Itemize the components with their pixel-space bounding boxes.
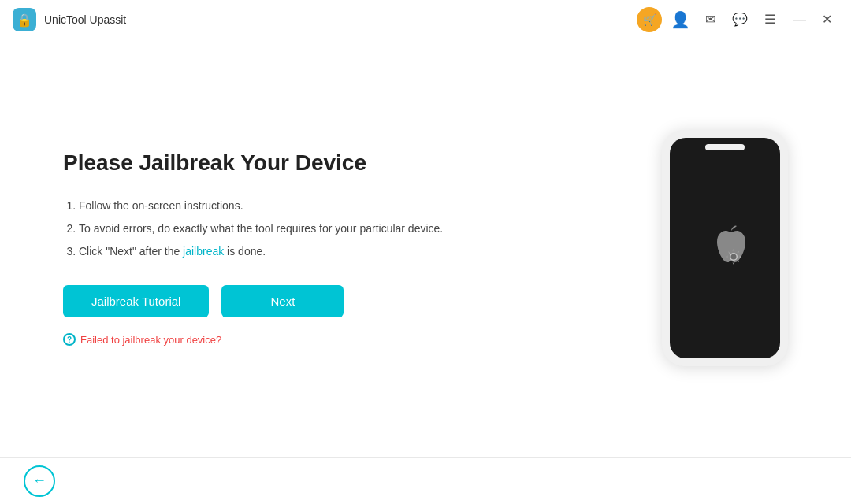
next-button[interactable]: Next xyxy=(221,285,344,317)
phone-mockup xyxy=(662,130,788,366)
instruction-2: To avoid errors, do exactly what the too… xyxy=(79,220,630,237)
failed-link[interactable]: ? Failed to jailbreak your device? xyxy=(63,333,630,346)
svg-text:🔒: 🔒 xyxy=(17,13,32,28)
title-bar-left: 🔒 UnicTool Upassit xyxy=(13,8,126,32)
right-panel xyxy=(662,130,788,366)
close-button[interactable]: ✕ xyxy=(815,8,838,32)
instruction-2-text: To avoid errors, do exactly what the too… xyxy=(79,222,443,235)
button-row: Jailbreak Tutorial Next xyxy=(63,285,630,317)
app-logo-icon: 🔒 xyxy=(13,8,36,32)
instruction-3-text-before: Click "Next" after the xyxy=(79,245,183,258)
back-arrow-icon: ← xyxy=(32,472,46,489)
page-title: Please Jailbreak Your Device xyxy=(63,150,630,176)
user-account-button[interactable]: 👤 xyxy=(668,8,692,32)
failed-link-text: Failed to jailbreak your device? xyxy=(80,334,221,346)
jailbreak-highlight: jailbreak xyxy=(183,245,224,258)
main-content: Please Jailbreak Your Device Follow the … xyxy=(0,39,851,457)
window-controls: — ✕ xyxy=(788,8,838,32)
jailbreak-tutorial-button[interactable]: Jailbreak Tutorial xyxy=(63,285,209,317)
svg-point-3 xyxy=(730,254,736,259)
phone-notch xyxy=(705,144,745,150)
instruction-3-text-after: is done. xyxy=(224,245,266,258)
title-bar-right: 🛒 👤 ✉ 💬 ☰ — ✕ xyxy=(637,7,838,32)
mail-button[interactable]: ✉ xyxy=(698,8,722,32)
minimize-button[interactable]: — xyxy=(788,8,812,32)
app-name: UnicTool Upassit xyxy=(44,13,126,26)
instruction-1: Follow the on-screen instructions. xyxy=(79,198,630,214)
cart-button[interactable]: 🛒 xyxy=(637,7,662,32)
title-bar: 🔒 UnicTool Upassit 🛒 👤 ✉ 💬 ☰ — ✕ xyxy=(0,0,851,39)
chat-button[interactable]: 💬 xyxy=(728,8,752,32)
back-button[interactable]: ← xyxy=(24,465,55,497)
left-panel: Please Jailbreak Your Device Follow the … xyxy=(63,150,662,346)
bottom-bar: ← xyxy=(0,457,851,504)
instructions-list: Follow the on-screen instructions. To av… xyxy=(63,198,630,260)
instruction-1-text: Follow the on-screen instructions. xyxy=(79,199,243,212)
menu-button[interactable]: ☰ xyxy=(758,8,782,32)
apple-gear-icon xyxy=(696,219,755,278)
phone-screen xyxy=(670,138,780,358)
apple-logo-container xyxy=(696,219,755,278)
question-icon: ? xyxy=(63,333,76,346)
instruction-3: Click "Next" after the jailbreak is done… xyxy=(79,243,630,260)
